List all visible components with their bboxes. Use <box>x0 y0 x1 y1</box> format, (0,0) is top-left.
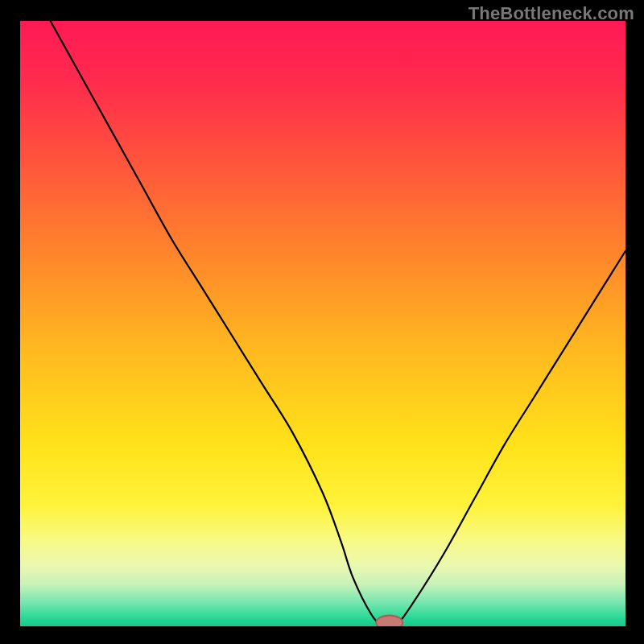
watermark-text: TheBottleneck.com <box>469 3 634 24</box>
chart-svg <box>20 21 625 626</box>
optimal-marker <box>376 615 402 626</box>
gradient-background <box>20 21 625 626</box>
chart-frame: TheBottleneck.com <box>0 0 644 644</box>
plot-area <box>20 21 625 626</box>
